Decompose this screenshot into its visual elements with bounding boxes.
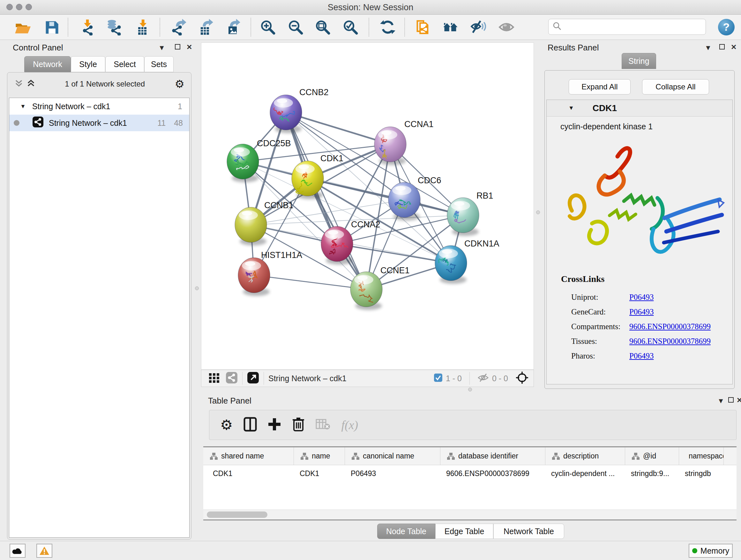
string-style-icon[interactable] bbox=[226, 372, 238, 385]
scrollbar-thumb[interactable] bbox=[207, 511, 267, 518]
control-panel-close-icon[interactable]: ✕ bbox=[186, 44, 192, 51]
hidden-eye-icon[interactable] bbox=[477, 373, 489, 384]
selected-checkbox-icon[interactable] bbox=[434, 373, 443, 383]
tree-expander-icon[interactable]: ▼ bbox=[20, 103, 26, 110]
search-field[interactable] bbox=[548, 19, 706, 35]
warnings-button[interactable] bbox=[37, 544, 52, 558]
birdseye-grid-icon[interactable] bbox=[208, 372, 220, 385]
expand-all-chevron-icon[interactable] bbox=[27, 78, 35, 89]
share-document-icon[interactable] bbox=[414, 19, 431, 36]
node-section-header[interactable]: ▼ CDK1 bbox=[547, 100, 732, 117]
tab-network-table[interactable]: Network Table bbox=[493, 523, 564, 539]
column-header-label: @id bbox=[643, 452, 656, 460]
right-splitter-grip[interactable] bbox=[536, 210, 540, 214]
results-panel-close-icon[interactable]: ✕ bbox=[731, 44, 737, 51]
tab-string[interactable]: String bbox=[622, 53, 656, 69]
zoom-fit-icon[interactable] bbox=[314, 19, 331, 36]
crosslink-link[interactable]: 9606.ENSP00000378699 bbox=[629, 322, 711, 331]
export-image-icon[interactable] bbox=[224, 19, 241, 36]
table-header-row[interactable]: shared namenamecanonical namedatabase id… bbox=[203, 447, 737, 465]
network-node-rb1[interactable]: RB1 bbox=[447, 191, 493, 236]
import-database-icon[interactable] bbox=[106, 19, 123, 36]
svg-text:CDC25B: CDC25B bbox=[257, 138, 291, 148]
table-cell[interactable]: stringdb bbox=[679, 465, 724, 482]
export-network-icon[interactable] bbox=[171, 19, 187, 36]
save-session-icon[interactable] bbox=[44, 19, 60, 36]
table-panel-float-icon[interactable] bbox=[728, 397, 734, 404]
collapse-all-chevron-icon[interactable] bbox=[15, 78, 23, 89]
column-header-label: canonical name bbox=[363, 452, 414, 460]
network-node-cdkn1a[interactable]: CDKN1A bbox=[435, 239, 499, 284]
column-header-shared-name[interactable]: shared name bbox=[203, 447, 294, 465]
table-row[interactable]: CDK1CDK1P064939606.ENSP00000378699cyclin… bbox=[203, 465, 737, 482]
crosslink-row: Pharos:P06493 bbox=[571, 349, 731, 363]
refresh-icon[interactable] bbox=[380, 19, 396, 36]
add-column-icon[interactable] bbox=[268, 418, 281, 432]
column-header-database-identifier[interactable]: database identifier bbox=[441, 447, 545, 465]
help-button[interactable]: ? bbox=[718, 19, 735, 36]
network-view[interactable]: CCNB2 CCNA1 CDC25B CDK1 CDC6 RB1 CCNB1 C… bbox=[201, 43, 534, 370]
column-header--id[interactable]: @id bbox=[625, 447, 679, 465]
open-in-window-icon[interactable] bbox=[247, 372, 259, 385]
table-cell[interactable]: stringdb:9... bbox=[625, 465, 679, 482]
column-header-description[interactable]: description bbox=[545, 447, 625, 465]
zoom-out-icon[interactable] bbox=[287, 19, 304, 36]
control-panel-collapse-icon[interactable]: ▼ bbox=[158, 44, 165, 51]
memory-button[interactable]: Memory bbox=[689, 544, 733, 558]
zoom-selected-icon[interactable] bbox=[342, 19, 359, 36]
table-cell[interactable]: 9606.ENSP00000378699 bbox=[441, 465, 545, 482]
crosslink-link[interactable]: P06493 bbox=[629, 293, 654, 302]
network-options-gear-icon[interactable]: ⚙ bbox=[175, 78, 185, 89]
tab-edge-table[interactable]: Edge Table bbox=[435, 523, 493, 539]
table-panel-collapse-icon[interactable]: ▼ bbox=[718, 397, 724, 405]
open-session-icon[interactable] bbox=[14, 19, 30, 36]
tab-sets[interactable]: Sets bbox=[144, 56, 174, 72]
status-bar: Memory bbox=[0, 541, 741, 560]
export-table-icon[interactable] bbox=[197, 19, 214, 36]
table-cell[interactable]: cyclin-dependent ... bbox=[545, 465, 625, 482]
fit-content-crosshair-icon[interactable] bbox=[516, 371, 529, 385]
table-cell[interactable]: P06493 bbox=[345, 465, 441, 482]
collapse-all-button[interactable]: Collapse All bbox=[642, 79, 709, 95]
horizontal-splitter-grip[interactable] bbox=[468, 388, 472, 391]
table-settings-gear-icon[interactable]: ⚙ bbox=[220, 418, 232, 432]
tab-select[interactable]: Select bbox=[105, 56, 144, 72]
network-summary-text: 1 of 1 Network selected bbox=[35, 79, 175, 88]
crosslink-link[interactable]: 9606.ENSP00000378699 bbox=[629, 337, 711, 346]
left-splitter-grip[interactable] bbox=[195, 287, 199, 290]
cloud-button[interactable] bbox=[10, 544, 25, 558]
table-panel-close-icon[interactable]: ✕ bbox=[737, 397, 741, 404]
import-table-icon[interactable] bbox=[134, 19, 151, 36]
results-panel-collapse-icon[interactable]: ▼ bbox=[704, 44, 712, 51]
control-panel-float-icon[interactable] bbox=[175, 44, 180, 51]
table-cell[interactable]: CDK1 bbox=[203, 465, 294, 482]
home-icon[interactable] bbox=[442, 19, 459, 36]
hide-unhide-icon[interactable] bbox=[470, 19, 487, 36]
network-collection-row[interactable]: ▼ String Network – cdk1 1 bbox=[9, 98, 189, 115]
table-horizontal-scrollbar[interactable] bbox=[203, 509, 737, 519]
crosslink-link[interactable]: P06493 bbox=[629, 352, 654, 361]
crosslink-label: Compartments: bbox=[571, 322, 629, 331]
column-header-canonical-name[interactable]: canonical name bbox=[345, 447, 441, 465]
delete-column-trash-icon[interactable] bbox=[292, 417, 305, 433]
network-node-ccne1[interactable]: CCNE1 bbox=[350, 266, 410, 310]
tab-style[interactable]: Style bbox=[71, 56, 105, 72]
search-input[interactable] bbox=[562, 22, 699, 32]
column-header-name[interactable]: name bbox=[294, 447, 345, 465]
table-cell[interactable]: CDK1 bbox=[294, 465, 345, 482]
toggle-view-icon[interactable] bbox=[498, 19, 515, 36]
tab-network[interactable]: Network bbox=[24, 56, 71, 72]
results-panel-float-icon[interactable] bbox=[719, 44, 725, 51]
network-node-hist1h1a[interactable]: HIST1H1A bbox=[238, 250, 302, 296]
crosslink-link[interactable]: P06493 bbox=[629, 307, 654, 316]
zoom-in-icon[interactable] bbox=[259, 19, 276, 36]
tab-node-table[interactable]: Node Table bbox=[377, 523, 435, 539]
import-network-icon[interactable] bbox=[79, 19, 96, 36]
column-header-namespace[interactable]: namespace bbox=[679, 447, 724, 465]
show-columns-icon[interactable] bbox=[244, 417, 257, 433]
memory-label: Memory bbox=[700, 546, 729, 556]
expand-all-button[interactable]: Expand All bbox=[569, 79, 630, 95]
network-row-selected[interactable]: String Network – cdk1 11 48 bbox=[9, 115, 189, 131]
section-expander-icon[interactable]: ▼ bbox=[568, 105, 574, 111]
network-node-ccnb2[interactable]: CCNB2 bbox=[270, 87, 329, 133]
